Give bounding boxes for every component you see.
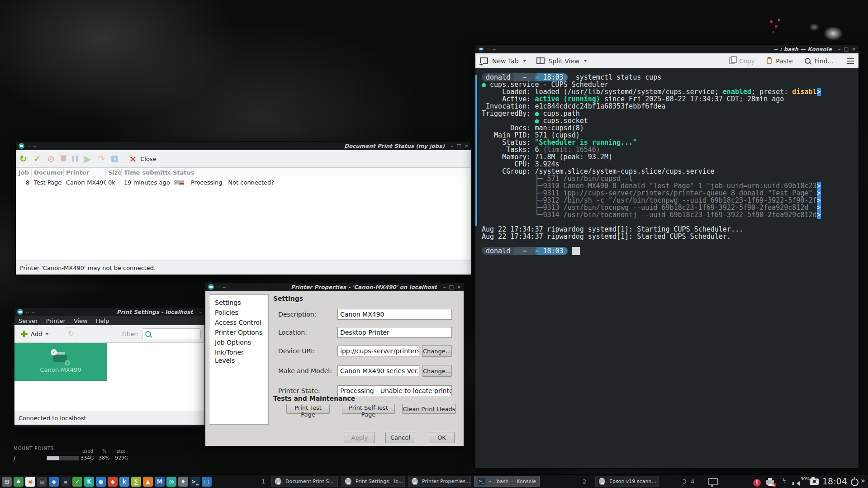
virtual-desktop-1[interactable]: 1 [261,478,265,485]
refresh-icon[interactable]: ↻ [19,154,27,163]
app-icon-orange[interactable]: ▲ [143,477,153,487]
job-list-area[interactable] [16,187,471,261]
make-model-change-button[interactable]: Change... [422,365,452,377]
screenshot-tray-icon[interactable] [810,478,819,487]
printer-properties-titlebar[interactable]: ∷ ‒ Printer Properties - 'Canon-MX490' o… [205,283,464,291]
maximize-button[interactable]: □ [449,284,453,290]
device-uri-change-button[interactable]: Change... [422,345,452,357]
column-job[interactable]: Job [16,169,32,176]
titlebar-shade-icon[interactable]: ‒ [223,284,226,289]
task-print-status[interactable]: Document Print S... [271,476,338,487]
apply-button[interactable]: Apply [345,432,375,443]
app-icon-teal[interactable]: ◎ [166,477,176,487]
titlebar-shade-icon[interactable]: ‒ [33,143,36,148]
app-icon-tasks[interactable]: ✓ [72,477,82,487]
virtual-desktop-2[interactable]: 2 [583,478,586,485]
app-icon-calc[interactable]: ∑ [131,477,141,487]
reprint-job-icon[interactable]: ↷ [98,154,105,163]
split-view-button[interactable]: Split View [549,57,580,65]
app-icon-kapp[interactable]: k [119,477,129,487]
split-view-icon[interactable] [536,57,545,64]
app-icon-files[interactable]: ▤ [37,477,47,487]
find-button[interactable]: Find... [815,57,834,65]
menu-view[interactable]: View [74,317,88,324]
location-field[interactable]: Desktop Printer [337,327,452,338]
resume-printer-icon[interactable]: ✓ [33,154,41,163]
job-table-row[interactable]: 8 Test Page Canon-MX490 0k 19 minutes ag… [16,177,471,187]
add-printer-button[interactable]: Add [18,329,52,339]
new-tab-icon[interactable] [480,57,488,64]
app-icon-blue[interactable]: ◆ [49,477,59,487]
titlebar-pin-icon[interactable]: ∷ [26,309,29,314]
nav-item-policies[interactable]: Policies [209,308,268,317]
paste-button[interactable]: Paste [776,57,793,65]
release-job-icon[interactable]: ▶ [84,154,91,163]
filter-input[interactable] [142,328,201,339]
copy-button[interactable]: Copy [739,57,755,65]
alert-tray-icon[interactable]: ! [753,478,761,487]
maximize-button[interactable]: □ [456,143,461,149]
task-printer-properties[interactable]: Printer Properties... [408,476,471,487]
move-job-icon[interactable]: ↓ [111,156,118,162]
copy-icon[interactable] [729,57,735,64]
nav-item-job-options[interactable]: Job Options [209,337,268,347]
app-icon-mail[interactable]: M [155,477,165,487]
app-icon-terminal[interactable]: >_ [190,477,200,487]
virtual-desktop-4[interactable]: 4 [691,478,694,485]
menu-help[interactable]: Help [96,317,109,324]
cancel-button[interactable]: Cancel [385,432,415,443]
volume-icon[interactable] [794,479,800,488]
chevron-down-icon[interactable] [523,60,526,62]
column-time[interactable]: Time submitted [122,169,171,176]
titlebar-shade-icon[interactable]: ‒ [32,309,35,314]
printer-tray-icon[interactable]: ↓ [766,478,774,487]
column-printer[interactable]: Printer [64,169,106,176]
app-launcher-icon[interactable]: ⊞ [2,477,12,487]
print-settings-titlebar[interactable]: ∷ ‒ Print Settings - localhost – [14,308,204,316]
menu-printer[interactable]: Printer [46,317,66,324]
titlebar-pin-icon[interactable]: ∷ [27,143,30,148]
konsole-titlebar[interactable]: ∷ ‒ ~ : bash — Konsole – □ × [475,45,859,53]
new-tab-button[interactable]: New Tab [492,57,519,65]
power-icon[interactable] [851,479,859,488]
titlebar-shade-icon[interactable]: ‒ [493,47,496,52]
close-button[interactable]: × [465,143,469,149]
task-print-settings[interactable]: Print Settings - lo... [342,476,405,487]
minimize-button[interactable]: – [838,46,841,52]
minimize-button[interactable]: – [451,143,454,149]
power-profile-icon[interactable]: ϟ [782,477,786,484]
printer-list-area[interactable]: ✓ i Canon-MX490 [14,343,204,411]
nav-item-settings[interactable]: Settings [209,298,268,308]
app-icon-globe[interactable]: ● [96,477,106,487]
app-icon-browser[interactable]: ◉ [25,477,35,487]
tray-expand-icon[interactable]: » [861,476,865,485]
delete-job-icon[interactable] [61,156,66,161]
task-epson-scanner[interactable]: Epson v19 scann... [595,476,659,487]
make-model-field[interactable]: Canon MX490 series Ver.5.30 [337,365,419,376]
app-icon-dark[interactable]: ▪ [61,477,71,487]
close-icon[interactable]: × [129,154,137,163]
app-icon-kde[interactable]: K [84,477,94,487]
chevron-down-icon[interactable] [583,60,587,62]
nav-item-printer-options[interactable]: Printer Options [209,327,268,337]
paste-icon[interactable] [767,58,772,64]
app-icon-leaf[interactable]: ♣ [14,477,24,487]
clock[interactable]: 18:04 [822,476,847,486]
close-button-label[interactable]: Close [140,156,156,162]
column-size[interactable]: Size [106,169,122,176]
print-self-test-button[interactable]: Print Self-Test Page [342,404,395,414]
nav-item-ink-toner[interactable]: Ink/Toner Levels [209,347,268,365]
printer-tile-canon-mx490[interactable]: ✓ i Canon-MX490 [14,343,107,381]
close-button[interactable]: × [852,46,856,52]
display-settings-icon[interactable] [708,478,718,487]
app-icon-display[interactable]: ▢ [202,477,212,487]
titlebar-pin-icon[interactable]: ∷ [487,47,490,52]
hold-job-icon[interactable] [72,156,78,162]
minimize-button[interactable]: – [199,309,202,315]
clean-print-heads-button[interactable]: Clean Print Heads [402,404,456,414]
hamburger-menu-icon[interactable] [847,58,854,59]
cancel-job-icon[interactable]: ⊘ [47,154,55,163]
virtual-desktop-3[interactable]: 3 [683,478,686,485]
nav-item-access-control[interactable]: Access Control [209,317,268,327]
task-konsole[interactable]: >_ ~ : bash — Konsole [474,476,540,487]
